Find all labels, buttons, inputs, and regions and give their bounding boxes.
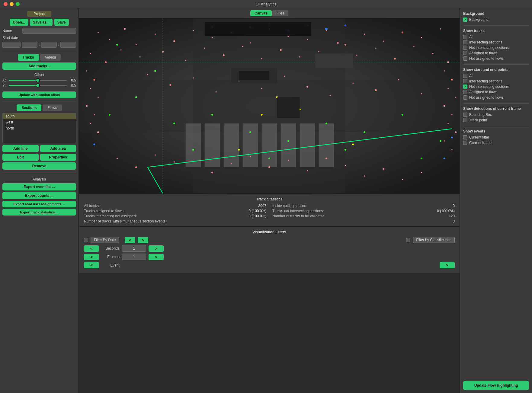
- track-point-row: Track point: [463, 117, 529, 123]
- svg-point-52: [413, 46, 415, 47]
- svg-rect-4: [205, 123, 220, 167]
- export-track-stats-button[interactable]: Export track statistics ...: [2, 209, 76, 216]
- add-line-button[interactable]: Add line: [2, 145, 39, 152]
- svg-point-36: [105, 61, 107, 63]
- right-divider-2: [463, 64, 529, 65]
- hour-input[interactable]: [22, 42, 37, 48]
- filter-date-checkbox[interactable]: [84, 238, 88, 242]
- frames-input[interactable]: [122, 254, 146, 260]
- filter-classification-checkbox[interactable]: [406, 238, 410, 242]
- start-end-intersecting-label: Intersecting sections: [469, 79, 502, 83]
- offset-x-value: 0.5: [69, 78, 76, 82]
- svg-point-59: [444, 105, 445, 107]
- remove-button[interactable]: Remove: [2, 162, 76, 170]
- current-frame-checkbox[interactable]: [463, 141, 467, 145]
- files-tab[interactable]: Files: [272, 10, 288, 16]
- properties-button[interactable]: Properties: [40, 154, 76, 161]
- svg-point-124: [325, 28, 328, 30]
- offset-x-slider[interactable]: [9, 80, 67, 81]
- divider-1: [2, 51, 76, 51]
- svg-rect-7: [262, 123, 277, 167]
- filter-by-date-button[interactable]: Filter By Date: [91, 237, 119, 243]
- name-input[interactable]: [22, 28, 76, 34]
- export-eventlist-button[interactable]: Export eventlist ...: [2, 183, 76, 190]
- bounding-box-checkbox[interactable]: [463, 113, 467, 117]
- analysis-section: Analysis Export eventlist ... Export cou…: [2, 177, 76, 216]
- start-end-all-checkbox[interactable]: [463, 74, 467, 78]
- simultaneous-value: 0: [453, 219, 455, 223]
- tracks-not-intersecting-checkbox[interactable]: [463, 46, 467, 50]
- tracks-not-assigned-row: Not assigned to flows: [463, 56, 529, 61]
- stats-grid: All tracks: 3997 Inside cutting section:…: [84, 204, 455, 223]
- add-area-button[interactable]: Add area: [40, 145, 76, 152]
- export-road-user-button[interactable]: Export road user assignments ...: [2, 201, 76, 207]
- center-area: Canvas Files: [79, 8, 460, 393]
- filter-by-classification-button[interactable]: Filter by Classification: [413, 237, 455, 243]
- seconds-next[interactable]: >: [149, 245, 164, 252]
- section-item-north[interactable]: north: [3, 125, 76, 131]
- start-end-not-assigned-checkbox[interactable]: [463, 95, 467, 100]
- svg-point-82: [307, 170, 308, 171]
- save-button[interactable]: Save: [54, 19, 69, 26]
- tracks-intersecting-checkbox[interactable]: [463, 40, 467, 44]
- svg-point-57: [447, 88, 449, 89]
- tracks-to-validate-row: Number of tracks to be validated: 120: [272, 214, 455, 218]
- svg-point-68: [98, 97, 99, 98]
- add-tracks-button[interactable]: Add tracks...: [2, 62, 76, 70]
- edit-button[interactable]: Edit: [2, 154, 39, 161]
- start-end-assigned-checkbox[interactable]: [463, 90, 467, 94]
- minute-input[interactable]: [41, 42, 57, 48]
- show-tracks-section: Show tracks All Intersecting sections No…: [463, 29, 529, 61]
- svg-point-63: [444, 140, 445, 142]
- flows-tab[interactable]: Flows: [43, 104, 62, 111]
- offset-y-slider[interactable]: [9, 85, 67, 86]
- canvas-image[interactable]: [79, 18, 460, 193]
- minimize-button[interactable]: [10, 2, 14, 6]
- second-input[interactable]: [60, 42, 76, 48]
- canvas-tab[interactable]: Canvas: [250, 10, 272, 16]
- tracks-all-checkbox[interactable]: [463, 35, 467, 39]
- seconds-input[interactable]: [122, 245, 146, 252]
- frames-prev[interactable]: <: [84, 254, 99, 260]
- update-flow-button[interactable]: Update Flow Highlighting: [463, 381, 529, 390]
- offset-section: Offset X: 0.5 Y: 0.5: [2, 72, 76, 90]
- videos-tab[interactable]: Videos: [40, 54, 61, 61]
- start-end-intersecting-checkbox[interactable]: [463, 79, 467, 83]
- tracks-not-assigned-checkbox[interactable]: [463, 56, 467, 61]
- show-start-end-section: Show start and end points All Intersecti…: [463, 68, 529, 100]
- date-input[interactable]: [2, 42, 21, 48]
- inside-cutting-label: Inside cutting section:: [272, 204, 307, 208]
- section-item-south[interactable]: south: [3, 113, 76, 119]
- tracks-tab[interactable]: Tracks: [18, 54, 39, 61]
- start-end-assigned-label: Assigned to flows: [469, 90, 497, 94]
- filter-date-prev[interactable]: <: [125, 237, 135, 243]
- svg-point-74: [135, 166, 137, 168]
- tracks-assigned-checkbox[interactable]: [463, 51, 467, 55]
- all-tracks-value: 3997: [258, 204, 266, 208]
- svg-point-112: [402, 114, 403, 116]
- frames-next[interactable]: >: [149, 254, 164, 260]
- save-as-button[interactable]: Save as...: [30, 19, 53, 26]
- track-point-checkbox[interactable]: [463, 118, 467, 122]
- event-next[interactable]: >: [440, 262, 455, 268]
- close-button[interactable]: [4, 2, 8, 6]
- svg-point-44: [261, 58, 262, 59]
- update-offset-button[interactable]: Update with section offset: [2, 91, 76, 98]
- show-events-section: Show events Current filter Current frame: [463, 129, 529, 145]
- svg-point-96: [306, 86, 308, 88]
- start-end-not-intersecting-checkbox[interactable]: [463, 85, 467, 89]
- filter-date-next[interactable]: >: [138, 237, 148, 243]
- export-counts-button[interactable]: Export counts ...: [2, 192, 76, 199]
- section-item-west[interactable]: west: [3, 119, 76, 125]
- svg-point-41: [204, 48, 205, 49]
- sections-tab[interactable]: Sections: [17, 104, 41, 111]
- open-button[interactable]: Open...: [10, 19, 28, 26]
- event-prev[interactable]: <: [84, 262, 99, 268]
- background-checkbox[interactable]: [463, 18, 467, 22]
- current-filter-checkbox[interactable]: [463, 135, 467, 139]
- svg-rect-9: [300, 123, 315, 167]
- name-row: Name: [2, 28, 76, 34]
- tracks-assigned-row: Assigned to flows: [463, 50, 529, 56]
- maximize-button[interactable]: [16, 2, 20, 6]
- seconds-prev[interactable]: <: [84, 245, 99, 252]
